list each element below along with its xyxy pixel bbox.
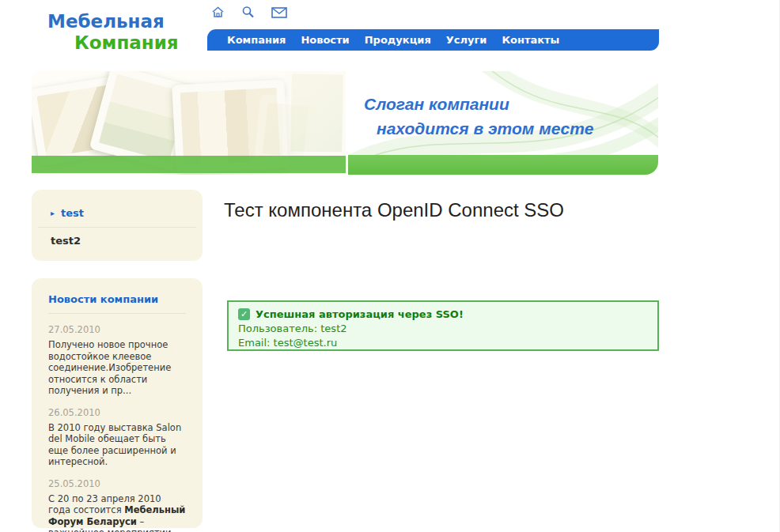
- nav-item-company[interactable]: Компания: [227, 34, 286, 46]
- sso-email-value: test@test.ru: [274, 337, 338, 349]
- sso-user-line: Пользователь: test2: [238, 323, 648, 334]
- news-section-title: Новости компании: [48, 293, 186, 305]
- nav-item-news[interactable]: Новости: [301, 34, 349, 46]
- sso-success-message: ✓ Успешная авторизация через SSO! Пользо…: [227, 300, 659, 351]
- news-date: 26.05.2010: [48, 407, 186, 418]
- main-nav: Компания Новости Продукция Услуги Контак…: [207, 29, 659, 51]
- company-slogan: Слоган компании находится в этом месте: [364, 92, 593, 141]
- sso-user-value: test2: [320, 323, 346, 334]
- arrow-right-icon: ▸: [51, 209, 55, 217]
- news-item: 25.05.2010 С 20 по 23 апреля 2010 года с…: [48, 478, 186, 532]
- divider: [38, 227, 196, 228]
- news-date: 25.05.2010: [48, 478, 186, 489]
- news-item: 26.05.2010 В 2010 году выставка Salon de…: [48, 407, 186, 468]
- sidebar-news-box: Новости компании 27.05.2010 Получено нов…: [32, 278, 203, 528]
- news-teaser: Получено новое прочное водостойкое клеев…: [48, 339, 186, 397]
- search-icon[interactable]: [241, 6, 255, 19]
- banner-green-strip: [348, 155, 658, 175]
- nav-item-contacts[interactable]: Контакты: [502, 34, 559, 46]
- mail-icon[interactable]: [271, 7, 287, 18]
- success-check-icon: ✓: [238, 308, 250, 320]
- banner-slogan-panel: Слоган компании находится в этом месте: [348, 71, 658, 175]
- banner-green-strip: [32, 156, 346, 173]
- sidebar-item-test2[interactable]: test2: [32, 235, 203, 247]
- sso-email-line: Email: test@test.ru: [238, 337, 648, 349]
- sidebar-item-label: test: [61, 207, 84, 219]
- company-logo[interactable]: Мебельная Компания: [47, 11, 179, 54]
- divider: [48, 313, 186, 314]
- home-icon[interactable]: [211, 6, 225, 19]
- nav-item-products[interactable]: Продукция: [365, 34, 431, 46]
- page: Мебельная Компания Компания Новости Прод…: [0, 0, 780, 532]
- news-date: 27.05.2010: [48, 324, 186, 335]
- logo-line2: Компания: [47, 32, 179, 54]
- logo-line1: Мебельная: [47, 11, 179, 32]
- slogan-line1: Слоган компании: [364, 92, 593, 116]
- slogan-line2: находится в этом месте: [364, 116, 593, 141]
- banner-photos: [32, 71, 346, 175]
- nav-item-services[interactable]: Услуги: [446, 34, 487, 46]
- sidebar-item-test[interactable]: ▸ test: [32, 207, 203, 219]
- page-title: Тест компонента OpenID Connect SSO: [224, 199, 564, 221]
- sidebar-menu-box: ▸ test test2: [32, 190, 203, 261]
- photo-slide: [282, 71, 346, 160]
- top-icon-bar: [211, 6, 287, 19]
- news-teaser: В 2010 году выставка Salon del Mobile об…: [48, 422, 186, 468]
- news-item: 27.05.2010 Получено новое прочное водост…: [48, 324, 186, 397]
- sso-success-title: Успешная авторизация через SSO!: [256, 308, 464, 320]
- news-teaser: С 20 по 23 апреля 2010 года состоится Ме…: [48, 493, 186, 532]
